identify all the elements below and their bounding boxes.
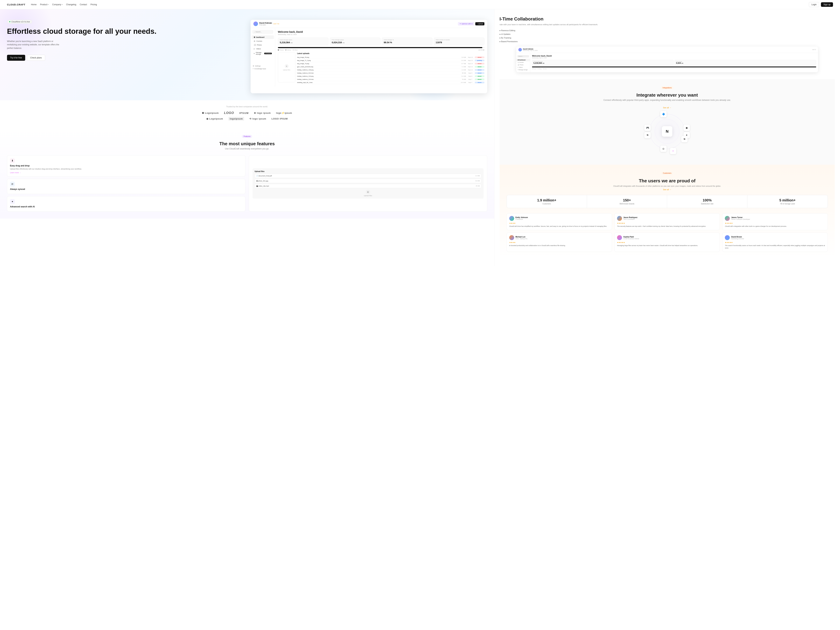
upgrade-badge: UPGRADE (264, 53, 272, 54)
stat-used-percent: Used storage % 99.54 % (382, 38, 433, 45)
collab-features-list: ▸ Raneous Editing ▸ nt Updates ▸ By Trac… (500, 29, 835, 43)
logos-row-2: ◉ Logoipsum logoipsum ⟲ logo ipsum LOGO … (7, 117, 487, 121)
courses-icon: ◎ (254, 40, 255, 42)
storage-total-size: 23.75 GB (478, 49, 485, 51)
upload-size: 12.5 MB (459, 82, 466, 83)
drag-drop-icon: ⬇ (10, 158, 15, 163)
upload-status-badge: stored (475, 66, 485, 68)
feature-synced: ⟳ Always synced (7, 179, 245, 194)
nav-contact[interactable]: Contact (80, 3, 87, 6)
hero-content: CloudNine v2.4 is live Effortless cloud … (7, 20, 243, 93)
knowledge-icon: ? (253, 68, 254, 69)
testimonial-header: Jason Rodriguez Tech Consultant (617, 216, 717, 221)
testimonial-avatar (509, 235, 514, 240)
collab-storage-bar (532, 66, 816, 67)
collab-mockup-header: David Kálmán Wednesday, Sept 13, 2024 4.… (516, 47, 818, 53)
collab-mockup-body: Search... ⊞ Dashboard ◎ Courses ⬜ Photos… (516, 53, 818, 72)
add-files-icon[interactable]: + (366, 190, 370, 194)
nav-home[interactable]: Home (31, 3, 36, 6)
upload-plus-icon: + (285, 64, 289, 68)
upload-status-badge: stored (475, 79, 485, 80)
integration-discord: 🎮 (644, 125, 651, 131)
cta-secondary-button[interactable]: Check plans (27, 55, 45, 61)
feature-file-row: 🎬 video_clip.mp4 45 MB (255, 184, 482, 188)
collab-feature-3: ▸ By Tracking (500, 36, 835, 39)
optimize-ai-button[interactable]: ✦ Optimize with AI (458, 22, 474, 25)
customers-see-all-wrap: See all → (507, 188, 828, 191)
testimonial-card: Sophia Patel Small Business Owner ★★★★★ … (614, 232, 720, 252)
stat-used-storage: Used storage space 5,218,564 MB (278, 38, 328, 45)
dash-search[interactable]: ⌕ Search... (253, 30, 273, 33)
testimonial-role: Marketing Director (731, 238, 744, 240)
collab-title: I-Time Collaboration (500, 16, 835, 22)
testimonial-stars: ★★★★ (509, 222, 609, 224)
feature-upload-btn-wrap: + Upload files (255, 190, 482, 197)
other-dot (293, 49, 294, 51)
dash-user-info: David Kálmán Free plan 4.8 / 7.5 (253, 22, 279, 26)
upload-status-badge: stored (475, 63, 485, 65)
signup-button[interactable]: Sign up (821, 2, 833, 7)
left-column: CloudNine v2.4 is live Effortless cloud … (0, 9, 494, 266)
testimonial-role: Freelancer (516, 218, 528, 220)
testimonial-header: Emily Johnson Freelancer (509, 216, 609, 221)
testimonial-avatar (617, 216, 622, 221)
feature-mockup-list: 📄 document_final.pdf 2.4 MB 🖼 photo_001.… (255, 174, 482, 188)
integrations-tag-wrap: Integrations (507, 86, 828, 91)
sidebar-item-photos[interactable]: ⬜ Photos (252, 43, 274, 47)
collab-nav-courses[interactable]: ◎ Courses (516, 61, 530, 64)
sidebar-knowledge-base[interactable]: ? Knowledge base (253, 67, 273, 70)
upload-button[interactable]: ↑ Upload (475, 22, 485, 25)
logo-4: ⊕ logo ipsum (254, 112, 271, 114)
table-row: holiday_mallorca_124.heic 76 MB Sept 7 s… (297, 78, 485, 81)
collab-nav-dashboard[interactable]: ⊞ Dashboard (516, 59, 530, 61)
collab-mockup-sidebar: Search... ⊞ Dashboard ◎ Courses ⬜ Photos… (516, 53, 530, 72)
nav-changelog[interactable]: Changelog (66, 3, 76, 6)
collab-mockup-user: David Kálmán Wednesday, Sept 13, 2024 (518, 48, 538, 51)
upload-size: 5.2 MB (459, 76, 466, 77)
integrations-see-all[interactable]: See all → (507, 107, 828, 109)
sidebar-item-storage[interactable]: ≡ Manage storage UPGRADE (252, 51, 274, 56)
feature-drag-learn-more[interactable]: Learn more → (10, 172, 242, 174)
upload-status-badge: stored (475, 72, 485, 74)
upload-date: Sept 8 (466, 76, 475, 77)
sidebar-item-courses[interactable]: ◎ Courses (252, 39, 274, 43)
upload-size: 4.3 MB (459, 69, 466, 71)
dash-welcome: Welcome back, David (278, 30, 485, 33)
logo-7: logoipsum (228, 117, 244, 121)
nav-company[interactable]: Company ▾ (52, 3, 63, 6)
testimonial-stars: ★★★★★ (725, 242, 825, 243)
upload-zone[interactable]: + Upload files (278, 52, 295, 82)
nav-pricing[interactable]: Pricing (90, 3, 97, 6)
testimonial-header: James Turner Senior Software Developer (725, 216, 825, 221)
collab-nav-videos[interactable]: ▷ Videos (516, 66, 530, 69)
customers-see-all[interactable]: See all → (663, 188, 671, 191)
sync-icon: ⟳ (10, 182, 15, 186)
testimonial-stars: ★★★★★ (725, 222, 825, 224)
upload-date: Sept 13 (466, 63, 475, 65)
page-layout: CloudNine v2.4 is live Effortless cloud … (0, 9, 840, 266)
collab-storage-fill (532, 66, 816, 67)
nav-product[interactable]: Product ▾ (40, 3, 49, 6)
testimonial-stars: ★★★★★ (617, 222, 717, 224)
logo-5: logo⚡ipsum (276, 112, 292, 114)
sidebar-item-videos[interactable]: ▷ Videos (252, 47, 274, 51)
cta-primary-button[interactable]: Try it for free (7, 55, 25, 61)
photos-dot (278, 49, 279, 51)
collab-nav-storage[interactable]: ≡ Manage storage (516, 69, 530, 71)
sidebar-item-dashboard[interactable]: ⊞ Dashboard (252, 35, 274, 39)
testimonial-name: Michael Lee (516, 236, 528, 238)
storage-labels: Photos Videos Other 23.75 GB (278, 49, 485, 51)
collab-nav-photos[interactable]: ⬜ Photos (516, 64, 530, 66)
uploads-list: dog_image_25.png 5.8 MB Sept 13 stored d… (297, 56, 485, 84)
photos-icon: ⬜ (254, 44, 256, 46)
feature-mockup-title: Upload files (255, 171, 482, 172)
upload-filename: holiday_mallorca_024.heic (297, 72, 459, 74)
sidebar-settings[interactable]: ⚙ Settings (253, 65, 273, 67)
integration-slack: ◉ (684, 125, 690, 131)
integration-figma-2: ✦ (670, 148, 676, 154)
feature-mockup: Upload files 📄 document_final.pdf 2.4 MB… (253, 168, 483, 199)
upload-size: 5.8 MB (459, 57, 466, 58)
collab-feature-2: ▸ nt Updates (500, 33, 835, 36)
collab-bar-labels: ● Photos ● Videos ● Other (532, 68, 816, 69)
login-button[interactable]: Login (809, 2, 819, 7)
